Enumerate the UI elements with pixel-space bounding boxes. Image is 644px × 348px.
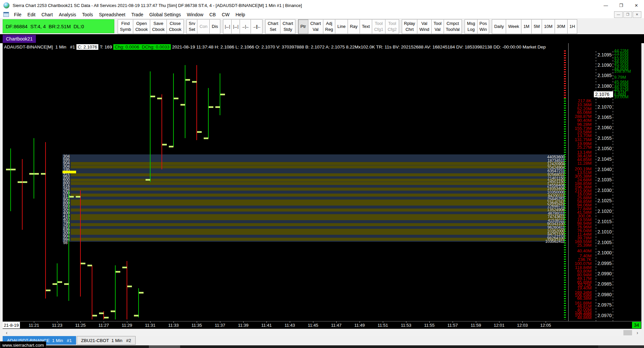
menu-window[interactable]: Window — [184, 12, 206, 18]
time-axis-label: 11:57 — [445, 323, 460, 328]
chart-set-button[interactable]: Chart Set — [265, 19, 280, 34]
tab-zbu21-cbot[interactable]: ZBU21-CBOT 1 Min #2 — [77, 336, 136, 345]
menu-edit[interactable]: Edit — [25, 12, 39, 18]
ohlc-bar — [34, 138, 34, 199]
mdi-restore-button[interactable]: ❐ — [623, 11, 632, 18]
chartbook-tab[interactable]: Chartbook21 — [3, 35, 36, 43]
price-scale-label: 2.0970 — [597, 313, 613, 318]
chart-panel[interactable]: ADAUSDT-BINANCE[M] 1 Min #1 C: 2.1076 T:… — [3, 43, 642, 329]
price-scale-label: 2.1090 — [597, 62, 613, 68]
tool-val-button[interactable]: Tool Val — [431, 19, 444, 34]
close-tick — [34, 173, 39, 175]
increase-bar-spacing-icon[interactable]: |↔| — [223, 19, 232, 34]
app-icon — [3, 2, 10, 9]
sierra-chart-window: Sierra Chart 2253 Chartbook21 SC Data - … — [0, 0, 644, 348]
msg-log-button[interactable]: Msg Log — [465, 19, 478, 34]
chart-val-button[interactable]: Chart Val — [308, 19, 323, 34]
depth-band-right-label: 103562411 — [545, 240, 565, 243]
document-icon[interactable] — [3, 12, 9, 17]
pos-win-button[interactable]: Pos Win — [477, 19, 489, 34]
depth-value-below: 66.38M — [577, 296, 591, 301]
text-button[interactable]: Text — [360, 19, 372, 34]
mdi-close-button[interactable]: ✕ — [633, 11, 641, 18]
close-button[interactable]: ✕ — [629, 0, 644, 11]
rplay-chrt-button[interactable]: Rplay Chrt — [402, 19, 417, 34]
minimize-button[interactable]: — — [598, 0, 613, 11]
open-cbook-button[interactable]: Open Cbook — [133, 19, 150, 34]
1m-button[interactable]: 1M — [521, 19, 532, 34]
time-axis-tick — [57, 321, 57, 323]
expand-chart-icon[interactable]: →||← — [251, 19, 263, 34]
30m-button[interactable]: 30M — [555, 19, 568, 34]
close-tick — [151, 96, 155, 97]
line-button[interactable]: Line — [335, 19, 348, 34]
cmpct-toolval-button[interactable]: Cmpct ToolVal — [444, 19, 462, 34]
open-tick — [215, 106, 220, 108]
time-axis-tick — [173, 321, 174, 323]
find-symb-button[interactable]: Find Symb — [118, 19, 133, 34]
ohlc-bar — [185, 65, 185, 138]
chart-scrollbar[interactable]: ‹ › — [3, 329, 641, 336]
time-axis[interactable]: 21-8-19 34 11:2111:2311:2511:2711:2911:3… — [3, 321, 641, 329]
dis-button[interactable]: Dis — [209, 19, 220, 34]
depth-band-stripe — [71, 173, 565, 176]
tool-cfg2-button[interactable]: Tool Cfg2 — [385, 19, 399, 34]
time-axis-label: 11:55 — [422, 323, 437, 328]
depth-value-below: 25.27M — [577, 145, 591, 149]
open-tick — [122, 267, 127, 268]
scroll-thumb[interactable] — [623, 330, 632, 335]
menu-cb[interactable]: CB — [206, 12, 219, 18]
depth-marker-line-above — [564, 50, 566, 98]
close-tick — [104, 317, 109, 318]
time-axis-tick — [499, 321, 499, 323]
ptr-button[interactable]: Ptr — [298, 19, 308, 34]
bar-count-badge: 34 — [632, 322, 641, 328]
scroll-left-arrow-icon[interactable]: ‹ — [3, 329, 10, 336]
tool-cfg1-button[interactable]: Tool Cfg1 — [372, 19, 385, 34]
open-tick — [169, 146, 173, 147]
decrease-bar-spacing-icon[interactable]: |↔| — [231, 19, 240, 34]
close-tick — [69, 196, 74, 198]
srv-set-button[interactable]: Srv Set — [186, 19, 198, 34]
open-tick — [146, 179, 150, 181]
menu-analysis[interactable]: Analysis — [56, 12, 79, 18]
1h-button[interactable]: 1H — [567, 19, 578, 34]
10m-button[interactable]: 10M — [542, 19, 555, 34]
menu-trade[interactable]: Trade — [128, 12, 146, 18]
menu-tools[interactable]: Tools — [79, 12, 96, 18]
adj-reg-button[interactable]: Adj Reg — [323, 19, 336, 34]
close-tick — [197, 131, 202, 133]
menu-spreadsheet[interactable]: Spreadsheet — [96, 12, 128, 18]
close-tick — [139, 292, 144, 294]
open-tick — [157, 98, 162, 99]
save-cbook-button[interactable]: Save Cbook — [150, 19, 167, 34]
maximize-button[interactable]: ❐ — [613, 0, 629, 11]
price-scale-label: 2.1060 — [597, 125, 613, 130]
scroll-right-arrow-icon[interactable]: › — [634, 329, 641, 336]
price-scale-label: 2.0990 — [597, 271, 613, 276]
mdi-minimize-button[interactable]: — — [614, 11, 623, 18]
menu-cw[interactable]: CW — [219, 12, 232, 18]
menu-file[interactable]: File — [11, 12, 25, 18]
5m-button[interactable]: 5M — [531, 19, 542, 34]
toolbar-group: DailyWeek1M5M10M30M1H — [492, 19, 577, 34]
chart-header: ADAUSDT-BINANCE[M] 1 Min #1 C: 2.1076 T:… — [3, 43, 568, 50]
price-scale-label: 2.1095 — [597, 52, 613, 57]
price-scale-label: 2.1010 — [597, 229, 613, 234]
con-button[interactable]: Con — [197, 19, 210, 34]
ray-button[interactable]: Ray — [348, 19, 360, 34]
week-button[interactable]: Week — [506, 19, 521, 34]
time-axis-tick — [267, 321, 267, 323]
menu-global-settings[interactable]: Global Settings — [146, 12, 184, 18]
close-cbook-button[interactable]: Close Cbook — [166, 19, 184, 34]
daily-button[interactable]: Daily — [492, 19, 506, 34]
price-scale-label: 2.1015 — [597, 219, 613, 224]
ohlc-bar — [127, 261, 127, 319]
menu-help[interactable]: Help — [233, 12, 248, 18]
plot-right-border — [568, 43, 569, 329]
val-wind-button[interactable]: Val Wind — [417, 19, 432, 34]
menu-chart[interactable]: Chart — [39, 12, 56, 18]
compress-chart-icon[interactable]: →|← — [240, 19, 251, 34]
time-axis-tick — [34, 321, 34, 323]
chart-stdy-button[interactable]: Chart Stdy — [280, 19, 295, 34]
